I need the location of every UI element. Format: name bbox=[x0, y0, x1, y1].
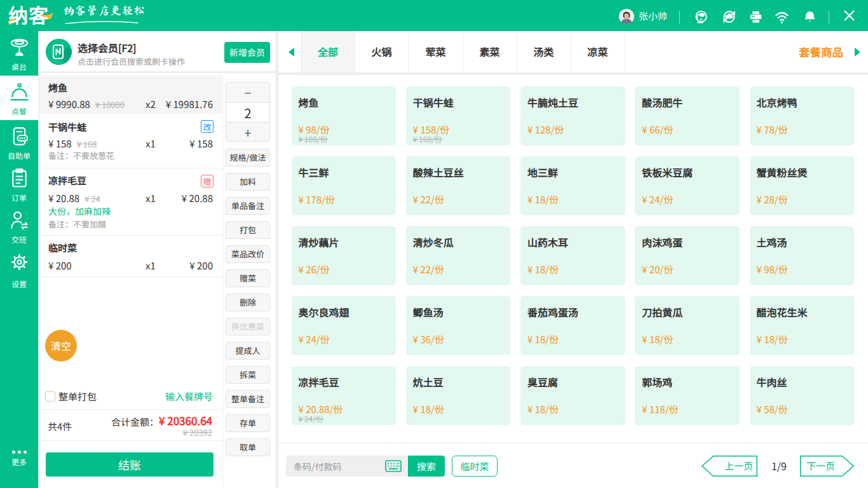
svg-text:上一页: 上一页 bbox=[724, 459, 753, 472]
svg-text:下一页: 下一页 bbox=[806, 459, 835, 472]
